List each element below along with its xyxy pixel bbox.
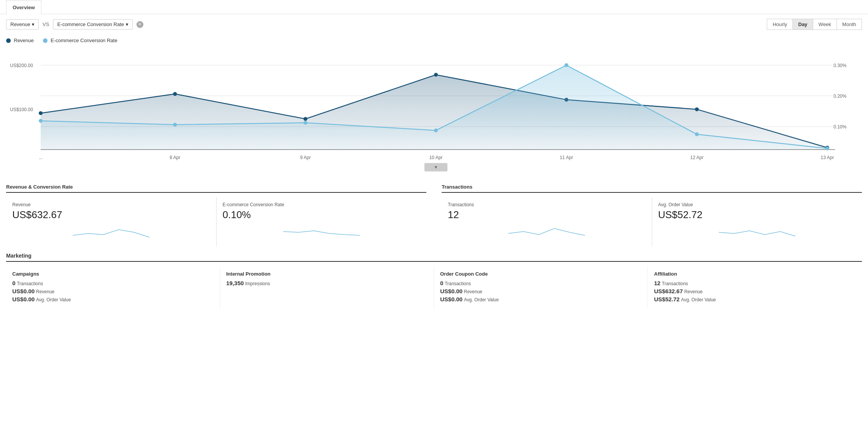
stats-group-transactions-title: Transactions [442, 184, 862, 193]
time-btn-day[interactable]: Day [792, 19, 813, 30]
metric1-chevron-icon: ▾ [32, 21, 35, 27]
stats-cards-revenue: Revenue US$632.67 E-commerce Conversion … [6, 197, 426, 246]
stat-label-revenue: Revenue [12, 202, 210, 207]
chart-container: US$200.00 US$100.00 0.30% 0.20% 0.10% [0, 45, 868, 179]
sparkline-conversion [223, 224, 421, 239]
svg-text:9 Apr: 9 Apr [300, 155, 311, 160]
revenue-point [173, 92, 177, 96]
campaigns-val-0: 0 [12, 280, 15, 286]
stat-value-revenue: US$632.67 [12, 209, 210, 221]
page-container: Overview Revenue ▾ VS E-commerce Convers… [0, 0, 868, 315]
marketing-title: Marketing [6, 253, 862, 262]
campaigns-unit-0: Transactions [17, 281, 43, 286]
stats-group-transactions: Transactions Transactions 12 Avg. Order … [442, 184, 862, 246]
affiliation-val-0: 12 [654, 280, 661, 286]
metric2-label: E-commerce Conversion Rate [57, 21, 124, 27]
svg-text:0.30%: 0.30% [833, 63, 847, 68]
stat-value-conversion: 0.10% [223, 209, 421, 221]
remove-metric-button[interactable]: ✕ [136, 21, 143, 28]
coupon-row-0: 0 Transactions [440, 280, 641, 286]
svg-text:0.20%: 0.20% [833, 94, 847, 99]
sparkline-transactions [448, 224, 646, 239]
stats-group-revenue-title: Revenue & Conversion Rate [6, 184, 426, 193]
tab-bar: Overview [0, 0, 868, 14]
coupon-val-0: 0 [440, 280, 443, 286]
marketing-grid: Campaigns 0 Transactions US$0.00 Revenue… [6, 266, 862, 309]
internal-title: Internal Promotion [226, 271, 427, 277]
metric2-dropdown[interactable]: E-commerce Conversion Rate ▾ [53, 19, 132, 30]
internal-val-0: 19,350 [226, 280, 244, 286]
internal-row-0: 19,350 Impressions [226, 280, 427, 286]
conversion-point [695, 132, 699, 136]
time-btn-week[interactable]: Week [813, 19, 837, 30]
stat-label-conversion: E-commerce Conversion Rate [223, 202, 421, 207]
svg-text:▼: ▼ [434, 165, 438, 169]
svg-text:US$100.00: US$100.00 [10, 107, 33, 112]
svg-text:12 Apr: 12 Apr [690, 155, 704, 160]
revenue-point [304, 117, 307, 121]
coupon-val-1: US$0.00 [440, 288, 462, 294]
stats-group-revenue: Revenue & Conversion Rate Revenue US$632… [6, 184, 426, 246]
metric1-dropdown[interactable]: Revenue ▾ [6, 19, 39, 30]
revenue-point [39, 111, 43, 115]
legend-dot-revenue [6, 38, 11, 43]
svg-text:11 Apr: 11 Apr [560, 155, 573, 160]
campaigns-unit-2: Avg. Order Value [36, 297, 71, 302]
conversion-point [39, 119, 43, 123]
toolbar-left: Revenue ▾ VS E-commerce Conversion Rate … [6, 19, 143, 30]
conversion-point [173, 123, 177, 127]
coupon-row-2: US$0.00 Avg. Order Value [440, 296, 641, 302]
stat-card-transactions: Transactions 12 [442, 197, 652, 246]
stats-cards-transactions: Transactions 12 Avg. Order Value US$52.7… [442, 197, 862, 246]
coupon-val-2: US$0.00 [440, 296, 462, 302]
stat-label-transactions: Transactions [448, 202, 646, 207]
stat-card-avg-order: Avg. Order Value US$52.72 [652, 197, 862, 246]
revenue-point [434, 73, 438, 77]
campaigns-val-1: US$0.00 [12, 288, 35, 294]
campaigns-title: Campaigns [12, 271, 214, 277]
legend-dot-conversion [43, 38, 48, 43]
svg-text:...: ... [39, 155, 43, 160]
affiliation-unit-2: Avg. Order Value [681, 297, 716, 302]
affiliation-unit-0: Transactions [662, 281, 688, 286]
campaigns-val-2: US$0.00 [12, 296, 35, 302]
revenue-point [695, 107, 699, 111]
coupon-unit-2: Avg. Order Value [464, 297, 499, 302]
time-btn-hourly[interactable]: Hourly [767, 19, 793, 30]
campaigns-unit-1: Revenue [36, 289, 54, 294]
marketing-section: Marketing Campaigns 0 Transactions US$0.… [0, 253, 868, 315]
conversion-point [564, 63, 568, 67]
tab-overview[interactable]: Overview [6, 0, 41, 14]
affiliation-unit-1: Revenue [684, 289, 703, 294]
time-btn-month[interactable]: Month [837, 19, 862, 30]
campaigns-row-0: 0 Transactions [12, 280, 214, 286]
svg-text:8 Apr: 8 Apr [169, 155, 180, 160]
svg-text:10 Apr: 10 Apr [429, 155, 443, 160]
time-buttons: Hourly Day Week Month [767, 19, 862, 30]
stats-section: Revenue & Conversion Rate Revenue US$632… [0, 184, 868, 253]
stat-card-conversion: E-commerce Conversion Rate 0.10% [217, 197, 427, 246]
coupon-unit-0: Transactions [445, 281, 471, 286]
coupon-row-1: US$0.00 Revenue [440, 288, 641, 294]
campaigns-row-2: US$0.00 Avg. Order Value [12, 296, 214, 302]
svg-text:0.10%: 0.10% [833, 124, 847, 130]
affiliation-row-2: US$52.72 Avg. Order Value [654, 296, 856, 302]
affiliation-title: Affiliation [654, 271, 856, 277]
chart-legend: Revenue E-commerce Conversion Rate [0, 34, 868, 45]
marketing-col-internal: Internal Promotion 19,350 Impressions [220, 266, 434, 309]
svg-text:US$200.00: US$200.00 [10, 63, 33, 68]
coupon-title: Order Coupon Code [440, 271, 641, 277]
marketing-col-affiliation: Affiliation 12 Transactions US$632.67 Re… [648, 266, 862, 309]
legend-label-revenue: Revenue [14, 38, 34, 43]
conversion-point [434, 128, 438, 132]
toolbar: Revenue ▾ VS E-commerce Conversion Rate … [0, 14, 868, 34]
conversion-point [825, 146, 829, 150]
affiliation-val-2: US$52.72 [654, 296, 680, 302]
affiliation-val-1: US$632.67 [654, 288, 683, 294]
legend-label-conversion: E-commerce Conversion Rate [51, 38, 117, 43]
marketing-col-campaigns: Campaigns 0 Transactions US$0.00 Revenue… [6, 266, 220, 309]
stat-card-revenue: Revenue US$632.67 [6, 197, 217, 246]
affiliation-row-0: 12 Transactions [654, 280, 856, 286]
stat-label-avg-order: Avg. Order Value [658, 202, 856, 207]
svg-text:13 Apr: 13 Apr [821, 155, 834, 160]
